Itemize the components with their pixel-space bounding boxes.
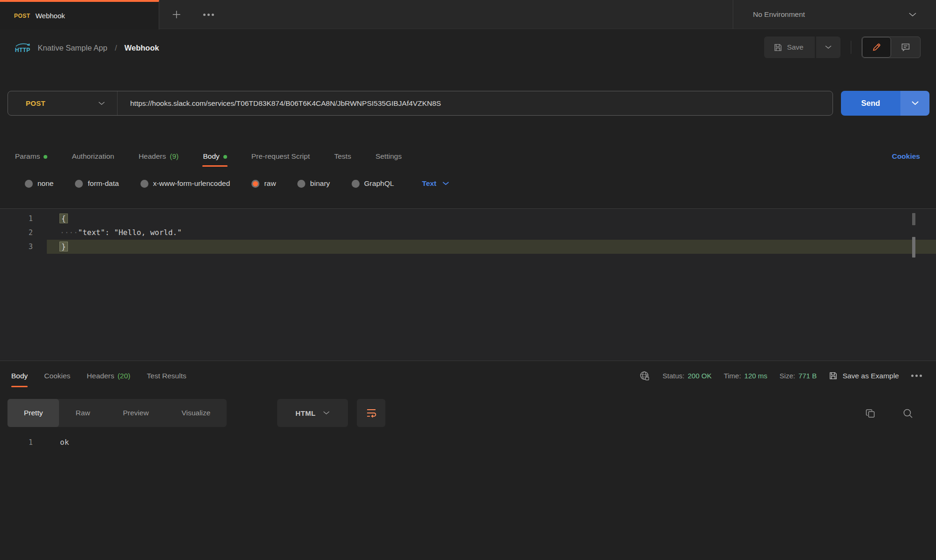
- response-view-switch: Pretty Raw Preview Visualize: [7, 399, 227, 427]
- chevron-down-icon: [825, 45, 832, 49]
- network-globe-lock-icon[interactable]: [639, 370, 650, 382]
- view-preview[interactable]: Preview: [107, 399, 165, 427]
- response-format-selector[interactable]: HTML: [277, 399, 348, 427]
- radio-icon: [75, 180, 83, 188]
- code-text: "text": "Hello, world.": [78, 228, 182, 237]
- radio-form-data[interactable]: form-data: [75, 179, 118, 188]
- tab-settings[interactable]: Settings: [376, 146, 402, 167]
- scrollbar-mark[interactable]: [912, 213, 915, 225]
- save-options-button[interactable]: [816, 37, 840, 58]
- headers-count: (9): [170, 152, 178, 161]
- chevron-down-icon: [909, 13, 916, 17]
- response-meta: Status: 200 OK Time: 120 ms Size: 771 B …: [639, 364, 922, 387]
- raw-format-value: Text: [422, 179, 436, 188]
- line-number: 3: [0, 240, 47, 254]
- radio-raw[interactable]: raw: [251, 179, 276, 188]
- editor-line: 1 {: [0, 212, 936, 226]
- method-selector[interactable]: POST: [8, 91, 118, 115]
- response-divider: [0, 361, 936, 361]
- radio-none[interactable]: none: [25, 179, 53, 188]
- view-visualize[interactable]: Visualize: [165, 399, 227, 427]
- search-response-button[interactable]: [902, 407, 914, 420]
- wrap-lines-button[interactable]: [357, 399, 385, 427]
- tab-headers[interactable]: Headers (9): [139, 146, 179, 167]
- response-tabs: Body Cookies Headers (20) Test Results: [0, 364, 562, 387]
- comments-button[interactable]: [891, 37, 920, 58]
- comment-icon: [901, 43, 910, 52]
- environment-value: No Environment: [753, 10, 805, 19]
- radio-icon: [140, 180, 148, 188]
- new-tab-button[interactable]: [169, 7, 184, 22]
- send-options-button[interactable]: [900, 91, 929, 116]
- save-label: Save: [787, 43, 803, 52]
- edit-request-button[interactable]: [862, 37, 891, 58]
- tab-authorization[interactable]: Authorization: [72, 146, 114, 167]
- request-tab-webhook[interactable]: POST Webhook: [0, 0, 159, 29]
- save-split-button: Save: [764, 37, 840, 58]
- send-button[interactable]: Send: [841, 91, 900, 116]
- radio-x-www-form-urlencoded[interactable]: x-www-form-urlencoded: [140, 179, 230, 188]
- response-tab-cookies[interactable]: Cookies: [44, 364, 70, 387]
- response-body[interactable]: 1 ok: [0, 435, 936, 449]
- radio-icon: [352, 180, 360, 188]
- tab-pre-request-script[interactable]: Pre-request Script: [251, 146, 310, 167]
- request-body-editor[interactable]: 1 { 2 ····"text": "Hello, world." 3 }: [0, 208, 936, 361]
- view-raw[interactable]: Raw: [59, 399, 106, 427]
- request-header: HTTP Knative Sample App / Webhook Save: [0, 29, 936, 91]
- time-value: 120 ms: [744, 372, 767, 380]
- response-options-button[interactable]: [911, 375, 922, 377]
- raw-format-selector[interactable]: Text: [422, 179, 449, 188]
- copy-icon: [865, 408, 876, 419]
- response-tab-headers[interactable]: Headers (20): [87, 364, 130, 387]
- status-badge: Status: 200 OK: [663, 372, 712, 380]
- line-number: 1: [0, 435, 47, 449]
- modified-dot: [223, 155, 227, 159]
- bracket-highlight: {: [60, 214, 67, 223]
- url-input[interactable]: https://hooks.slack.com/services/T06TD83…: [118, 99, 833, 108]
- save-as-example-button[interactable]: Save as Example: [829, 371, 899, 380]
- copy-response-button[interactable]: [864, 407, 877, 420]
- search-icon: [902, 408, 914, 419]
- response-text: ok: [47, 435, 69, 449]
- method-value: POST: [26, 99, 45, 107]
- http-protocol-icon: HTTP: [15, 43, 30, 53]
- breadcrumb-collection[interactable]: Knative Sample App: [38, 44, 108, 52]
- chevron-down-icon: [912, 101, 919, 105]
- size-value: 771 B: [798, 372, 817, 380]
- environment-selector[interactable]: No Environment: [733, 0, 936, 29]
- radio-graphql[interactable]: GraphQL: [352, 179, 394, 188]
- tab-options-button[interactable]: [200, 7, 216, 22]
- chevron-down-icon: [98, 102, 105, 105]
- breadcrumb: HTTP Knative Sample App / Webhook: [15, 40, 159, 56]
- postman-window: POST Webhook No Environment HTTP Knative…: [0, 0, 936, 560]
- tab-tests[interactable]: Tests: [334, 146, 351, 167]
- size-badge: Size: 771 B: [780, 372, 817, 380]
- line-number: 2: [0, 226, 47, 240]
- time-badge: Time: 120 ms: [724, 372, 767, 380]
- save-icon: [829, 371, 838, 380]
- editor-line-active: 3 }: [0, 240, 936, 254]
- more-options-icon: [203, 14, 214, 16]
- response-tab-test-results[interactable]: Test Results: [147, 364, 186, 387]
- chevron-down-icon: [442, 182, 449, 185]
- view-pretty[interactable]: Pretty: [7, 399, 59, 427]
- pencil-icon: [872, 43, 881, 52]
- bracket-highlight: }: [60, 242, 67, 251]
- modified-dot: [44, 155, 47, 159]
- scrollbar-mark[interactable]: [912, 237, 915, 258]
- radio-binary[interactable]: binary: [297, 179, 330, 188]
- cookies-link[interactable]: Cookies: [892, 152, 920, 161]
- tab-body[interactable]: Body: [203, 146, 227, 167]
- save-icon: [774, 43, 782, 52]
- wrap-text-icon: [366, 408, 377, 418]
- divider: [851, 41, 851, 54]
- save-button[interactable]: Save: [764, 37, 815, 58]
- request-tab-strip: POST Webhook No Environment: [0, 0, 936, 29]
- request-tabs: Params Authorization Headers (9) Body Pr…: [0, 146, 936, 167]
- url-bar: POST https://hooks.slack.com/services/T0…: [7, 91, 833, 116]
- tab-params[interactable]: Params: [15, 146, 47, 167]
- tab-method-badge: POST: [14, 13, 30, 19]
- plus-icon: [171, 9, 182, 20]
- breadcrumb-request-name[interactable]: Webhook: [125, 44, 159, 52]
- response-tab-body[interactable]: Body: [11, 364, 28, 387]
